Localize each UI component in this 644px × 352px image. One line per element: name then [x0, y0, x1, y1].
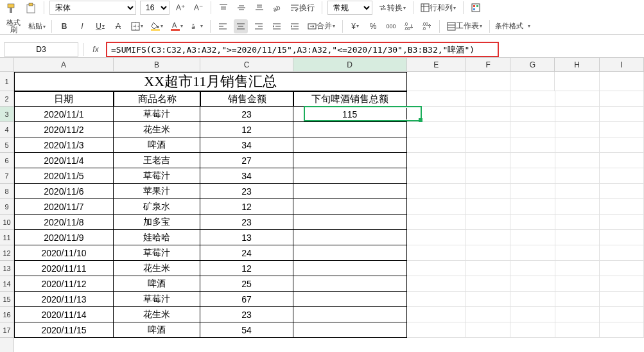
data-cell[interactable]: 花生米: [114, 307, 201, 322]
cell-blank[interactable]: [466, 215, 510, 230]
cell-blank[interactable]: [600, 276, 644, 292]
data-cell[interactable]: 草莓汁: [114, 168, 201, 184]
data-cell[interactable]: 王老吉: [114, 153, 201, 168]
cell-blank[interactable]: [407, 122, 466, 137]
cell-blank[interactable]: [466, 322, 510, 338]
row-header-9[interactable]: 9: [0, 199, 13, 215]
row-header-7[interactable]: 7: [0, 168, 13, 184]
data-cell[interactable]: 23: [200, 184, 293, 199]
cell-blank[interactable]: [600, 307, 644, 322]
data-cell[interactable]: 13: [200, 230, 293, 245]
row-header-14[interactable]: 14: [0, 276, 13, 292]
header-cell[interactable]: 下旬啤酒销售总额: [293, 91, 407, 107]
cell-blank[interactable]: [466, 122, 510, 137]
col-header-G[interactable]: G: [510, 58, 555, 71]
data-cell[interactable]: 2020/11/3: [14, 137, 114, 153]
cell-blank[interactable]: [407, 184, 466, 199]
align-bottom-button[interactable]: [252, 1, 266, 15]
row-header-17[interactable]: 17: [0, 322, 13, 338]
header-cell[interactable]: 商品名称: [114, 91, 201, 107]
cell-blank[interactable]: [555, 199, 600, 215]
data-cell[interactable]: [293, 137, 407, 153]
data-cell[interactable]: 2020/11/5: [14, 168, 114, 184]
cell-blank[interactable]: [510, 137, 555, 153]
title-cell[interactable]: XX超市11月销售汇总: [14, 72, 407, 91]
cell-blank[interactable]: [600, 215, 644, 230]
cell-blank[interactable]: [600, 199, 644, 215]
data-cell[interactable]: 啤酒: [114, 137, 201, 153]
cell-blank[interactable]: [600, 72, 644, 91]
data-cell[interactable]: [293, 292, 407, 307]
row-header-6[interactable]: 6: [0, 153, 13, 168]
cell-blank[interactable]: [600, 168, 644, 184]
data-cell[interactable]: 23: [200, 307, 293, 322]
cell-blank[interactable]: [407, 168, 466, 184]
data-cell[interactable]: 2020/11/1: [14, 107, 114, 122]
font-color-button[interactable]: A ▾: [169, 19, 185, 33]
col-header-B[interactable]: B: [114, 58, 201, 71]
row-header-1[interactable]: 1: [0, 72, 13, 91]
cell-blank[interactable]: [407, 199, 466, 215]
thousand-sep-button[interactable]: 000: [384, 19, 398, 33]
inc-decimal-button[interactable]: .0.00: [402, 19, 416, 33]
cell-blank[interactable]: [407, 72, 466, 91]
cond-format-button[interactable]: [469, 1, 483, 15]
data-cell[interactable]: 啤酒: [114, 322, 201, 338]
cell-blank[interactable]: [600, 261, 644, 276]
data-cell[interactable]: [293, 230, 407, 245]
row-header-13[interactable]: 13: [0, 261, 13, 276]
align-center-button[interactable]: [234, 19, 248, 33]
cell-blank[interactable]: [466, 230, 510, 245]
cell-blank[interactable]: [466, 91, 510, 107]
cell-blank[interactable]: [600, 245, 644, 261]
cell-blank[interactable]: [466, 261, 510, 276]
cell-blank[interactable]: [600, 184, 644, 199]
cell-blank[interactable]: [510, 168, 555, 184]
data-cell[interactable]: [293, 245, 407, 261]
col-header-C[interactable]: C: [200, 58, 293, 71]
cell-blank[interactable]: [466, 168, 510, 184]
cell-blank[interactable]: [600, 107, 644, 122]
header-cell[interactable]: 日期: [14, 91, 114, 107]
fill-color-button[interactable]: ▾: [149, 19, 165, 33]
strike-button[interactable]: A: [111, 19, 125, 33]
cell-blank[interactable]: [466, 153, 510, 168]
cell-blank[interactable]: [407, 322, 466, 338]
cell-blank[interactable]: [600, 230, 644, 245]
data-cell[interactable]: 2020/11/7: [14, 199, 114, 215]
cell-blank[interactable]: [466, 137, 510, 153]
col-header-A[interactable]: A: [14, 58, 114, 71]
data-cell[interactable]: 加多宝: [114, 215, 201, 230]
number-format-select[interactable]: 常规: [327, 1, 372, 15]
data-cell[interactable]: [293, 322, 407, 338]
data-cell[interactable]: 12: [200, 199, 293, 215]
border-button[interactable]: ▾: [129, 19, 145, 33]
dec-decimal-button[interactable]: .00.0: [420, 19, 434, 33]
cell-blank[interactable]: [510, 230, 555, 245]
cell-blank[interactable]: [510, 215, 555, 230]
cell-blank[interactable]: [510, 307, 555, 322]
cell-blank[interactable]: [510, 122, 555, 137]
row-header-10[interactable]: 10: [0, 215, 13, 230]
cell-blank[interactable]: [466, 72, 510, 91]
cell-blank[interactable]: [555, 107, 600, 122]
font-name-select[interactable]: 宋体: [49, 1, 136, 15]
data-cell[interactable]: [293, 215, 407, 230]
data-cell[interactable]: 2020/11/14: [14, 307, 114, 322]
cell-blank[interactable]: [510, 261, 555, 276]
data-cell[interactable]: 2020/11/11: [14, 261, 114, 276]
data-cell[interactable]: 115: [293, 107, 407, 122]
bold-button[interactable]: B: [57, 19, 71, 33]
cell-blank[interactable]: [600, 91, 644, 107]
grid[interactable]: XX超市11月销售汇总日期商品名称销售金额下旬啤酒销售总额2020/11/1草莓…: [14, 72, 644, 352]
cell-blank[interactable]: [407, 307, 466, 322]
data-cell[interactable]: 34: [200, 137, 293, 153]
font-size-select[interactable]: 16: [140, 1, 170, 15]
col-header-D[interactable]: D: [293, 58, 407, 71]
cell-blank[interactable]: [555, 168, 600, 184]
cell-blank[interactable]: [407, 107, 466, 122]
data-cell[interactable]: 2020/11/6: [14, 184, 114, 199]
rowcol-button[interactable]: 行和列▾: [419, 1, 458, 15]
data-cell[interactable]: 2020/11/4: [14, 153, 114, 168]
cell-blank[interactable]: [600, 153, 644, 168]
